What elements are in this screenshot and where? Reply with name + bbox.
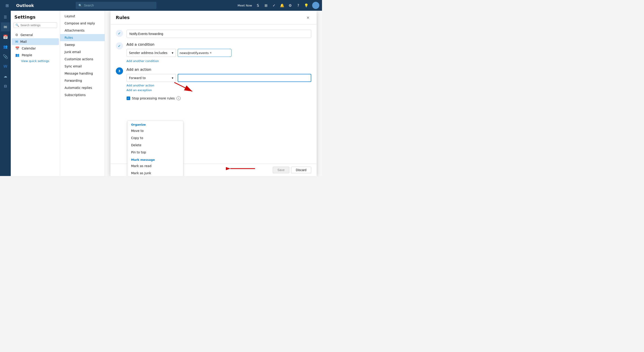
main-layout: ☰ ✉ 📅 👥 📎 W ☁ ⊟ Settings 🔍 ⚙ General ✉ M… — [0, 11, 322, 176]
dropdown-pin-to-top[interactable]: Pin to top — [128, 149, 183, 156]
action-dropdown-chevron-icon: ▾ — [172, 76, 173, 80]
settings-search-icon: 🔍 — [16, 23, 19, 27]
word-nav-icon[interactable]: W — [1, 62, 10, 71]
calendar-nav-icon[interactable]: 📅 — [1, 32, 10, 41]
step2-circle: ✓ — [116, 42, 123, 49]
add-condition-label: Add a condition — [126, 42, 311, 46]
subnav-automatic-replies[interactable]: Automatic replies — [60, 84, 105, 91]
subnav-sweep[interactable]: Sweep — [60, 41, 105, 48]
mail-sidebar-icon: ✉ — [15, 40, 18, 44]
nav-calendar[interactable]: 📅 Calendar — [12, 45, 59, 52]
subnav-attachments[interactable]: Attachments — [60, 27, 105, 34]
help-icon[interactable]: ? — [296, 3, 300, 7]
view-quick-settings-link[interactable]: View quick settings — [18, 58, 60, 64]
nav-mail[interactable]: ✉ Mail — [12, 38, 59, 45]
condition-tag: news@notify.events ✕ — [180, 51, 212, 55]
nav-people[interactable]: 👥 People — [12, 52, 59, 58]
info-icon[interactable]: i — [176, 96, 180, 100]
action-dropdown-menu: Organize Move to Copy to Delete Pin to t… — [127, 120, 183, 176]
attachment-nav-icon[interactable]: 📎 — [1, 52, 10, 61]
subnav-sync-email[interactable]: Sync email — [60, 63, 105, 70]
modal-header: Rules × — [110, 11, 316, 24]
search-bar[interactable]: 🔍 — [76, 2, 156, 9]
add-another-condition-link[interactable]: Add another condition — [126, 59, 159, 63]
to-do-icon[interactable]: ✓ — [272, 3, 276, 7]
organize-group-label: Organize — [128, 121, 183, 127]
calendar-sidebar-icon: 📅 — [15, 46, 20, 50]
search-input[interactable] — [84, 3, 154, 7]
avatar[interactable] — [312, 2, 319, 9]
menu-icon[interactable]: ☰ — [1, 12, 10, 21]
subnav-forwarding[interactable]: Forwarding — [60, 77, 105, 84]
topbar: ⊞ Outlook 🔍 Meet Now S ⊞ ✓ 🔔 ⚙ ? 💡 — [0, 0, 322, 11]
condition-tag-remove[interactable]: ✕ — [210, 51, 212, 54]
step3-circle: 3 — [116, 67, 123, 74]
stop-processing-row: ✓ Stop processing more rules i — [126, 96, 311, 100]
topbar-right: Meet Now S ⊞ ✓ 🔔 ⚙ ? 💡 — [238, 2, 319, 9]
condition-inputs: Sender address includes ▾ news@notify.ev… — [126, 49, 311, 57]
action-value-input[interactable] — [178, 74, 311, 82]
settings-title: Settings — [11, 14, 60, 22]
action-type-dropdown[interactable]: Forward to ▾ — [126, 74, 176, 82]
onedrive-nav-icon[interactable]: ☁ — [1, 72, 10, 81]
office-icon[interactable]: ⊞ — [264, 3, 268, 7]
main-content: Rules × ✓ ✓ Add a condition — [105, 11, 322, 176]
add-another-action-link[interactable]: Add another action — [126, 84, 311, 87]
save-button[interactable]: Save — [273, 167, 289, 173]
nav-general[interactable]: ⚙ General — [12, 31, 59, 38]
modal-title: Rules — [116, 15, 130, 20]
add-exception-link[interactable]: Add an exception — [126, 88, 311, 92]
sidebar-icons: ☰ ✉ 📅 👥 📎 W ☁ ⊟ — [0, 11, 11, 176]
action-row: 3 Add an action Forward to ▾ Add ano — [116, 67, 311, 92]
subnav-customize-actions[interactable]: Customize actions — [60, 55, 105, 63]
settings-panel: Settings 🔍 ⚙ General ✉ Mail 📅 Calendar 👥… — [11, 11, 60, 176]
general-icon: ⚙ — [15, 33, 18, 37]
condition-value-input[interactable]: news@notify.events ✕ — [178, 49, 232, 57]
people-nav-icon[interactable]: 👥 — [1, 42, 10, 51]
app-logo: Outlook — [16, 3, 34, 8]
subnav-subscriptions[interactable]: Subscriptions — [60, 91, 105, 98]
rule-name-row: ✓ — [116, 30, 311, 38]
skype-icon[interactable]: S — [256, 3, 260, 7]
dropdown-copy-to[interactable]: Copy to — [128, 134, 183, 141]
bell-icon[interactable]: 🔔 — [280, 3, 284, 7]
add-action-label: Add an action — [126, 67, 311, 72]
settings-search-box[interactable]: 🔍 — [14, 22, 57, 28]
modal-close-button[interactable]: × — [305, 14, 311, 20]
lightbulb-icon[interactable]: 💡 — [304, 3, 308, 7]
mail-nav-icon[interactable]: ✉ — [1, 22, 10, 31]
stop-processing-label: Stop processing more rules — [132, 96, 175, 100]
subnav-junk-email[interactable]: Junk email — [60, 48, 105, 55]
settings-icon[interactable]: ⚙ — [288, 3, 292, 7]
search-icon: 🔍 — [78, 4, 82, 7]
people-sidebar-icon: 👥 — [15, 53, 20, 57]
action-inputs: Forward to ▾ — [126, 74, 311, 82]
rule-name-input[interactable] — [126, 30, 311, 38]
dropdown-mark-as-junk[interactable]: Mark as Junk — [128, 170, 183, 176]
settings-search-input[interactable] — [20, 23, 55, 27]
subnav-layout[interactable]: Layout — [60, 12, 105, 20]
meet-now-label: Meet Now — [238, 4, 252, 7]
dropdown-move-to[interactable]: Move to — [128, 127, 183, 134]
forms-nav-icon[interactable]: ⊟ — [1, 81, 10, 90]
dropdown-chevron-icon: ▾ — [172, 51, 173, 55]
subnav-message-handling[interactable]: Message handling — [60, 70, 105, 77]
condition-type-dropdown[interactable]: Sender address includes ▾ — [126, 49, 176, 57]
step1-circle: ✓ — [116, 30, 123, 37]
apps-icon[interactable]: ⊞ — [3, 1, 12, 10]
dropdown-mark-as-read[interactable]: Mark as read — [128, 162, 183, 170]
stop-processing-checkbox[interactable]: ✓ — [126, 96, 130, 100]
subnav-compose-reply[interactable]: Compose and reply — [60, 20, 105, 27]
discard-button[interactable]: Discard — [291, 167, 311, 173]
condition-row: ✓ Add a condition Sender address include… — [116, 42, 311, 63]
subnav-rules[interactable]: Rules — [60, 34, 105, 41]
dropdown-delete[interactable]: Delete — [128, 141, 183, 149]
mark-message-group-label: Mark message — [128, 156, 183, 162]
sub-nav: Layout Compose and reply Attachments Rul… — [60, 11, 105, 176]
